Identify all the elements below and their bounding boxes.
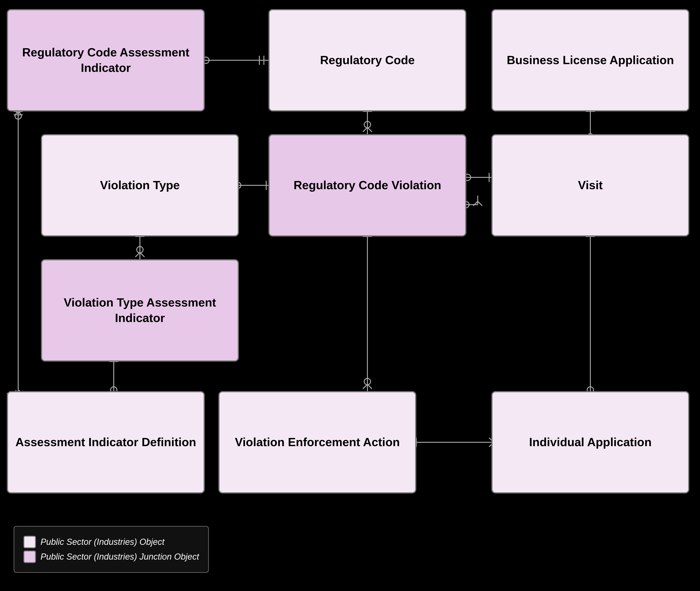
svg-point-47 (364, 378, 371, 385)
svg-line-22 (140, 252, 144, 257)
individual-application-label: Individual Application (529, 435, 651, 450)
legend-label-object: Public Sector (Industries) Object (41, 537, 165, 547)
violation-enforcement-action-label: Violation Enforcement Action (235, 435, 400, 450)
individual-application-node: Individual Application (491, 391, 689, 494)
svg-line-13 (367, 127, 372, 132)
legend-item-object: Public Sector (Industries) Object (23, 536, 199, 548)
legend-icon-junction (23, 550, 36, 563)
violation-enforcement-action-node: Violation Enforcement Action (218, 391, 416, 494)
assessment-indicator-definition-label: Assessment Indicator Definition (15, 435, 196, 450)
legend: Public Sector (Industries) Object Public… (14, 526, 209, 573)
regulatory-code-label: Regulatory Code (320, 53, 415, 68)
violation-type-label: Violation Type (100, 178, 180, 193)
visit-label: Visit (578, 178, 603, 193)
svg-line-29 (473, 201, 478, 206)
svg-line-45 (363, 384, 367, 389)
svg-point-7 (15, 113, 21, 119)
business-license-application-label: Business License Application (507, 53, 674, 68)
visit-node: Visit (491, 134, 689, 237)
violation-type-node: Violation Type (41, 134, 239, 237)
regulatory-code-assessment-indicator-label: Regulatory Code Assessment Indicator (12, 45, 199, 75)
assessment-indicator-definition-node: Assessment Indicator Definition (7, 391, 205, 494)
violation-type-assessment-indicator-label: Violation Type Assessment Indicator (47, 295, 233, 326)
legend-label-junction: Public Sector (Industries) Junction Obje… (41, 552, 199, 562)
svg-point-14 (364, 121, 371, 128)
svg-line-46 (367, 384, 372, 389)
violation-type-assessment-indicator-node: Violation Type Assessment Indicator (41, 259, 239, 362)
regulatory-code-node: Regulatory Code (268, 9, 466, 112)
svg-point-23 (137, 247, 143, 253)
legend-item-junction: Public Sector (Industries) Junction Obje… (23, 550, 199, 563)
business-license-application-node: Business License Application (491, 9, 689, 112)
regulatory-code-violation-label: Regulatory Code Violation (294, 178, 441, 193)
legend-icon-object (23, 536, 36, 548)
regulatory-code-violation-node: Regulatory Code Violation (268, 134, 466, 237)
regulatory-code-assessment-indicator-node: Regulatory Code Assessment Indicator (7, 9, 205, 112)
svg-line-12 (363, 127, 367, 132)
svg-line-30 (478, 201, 482, 206)
svg-line-21 (135, 252, 140, 257)
